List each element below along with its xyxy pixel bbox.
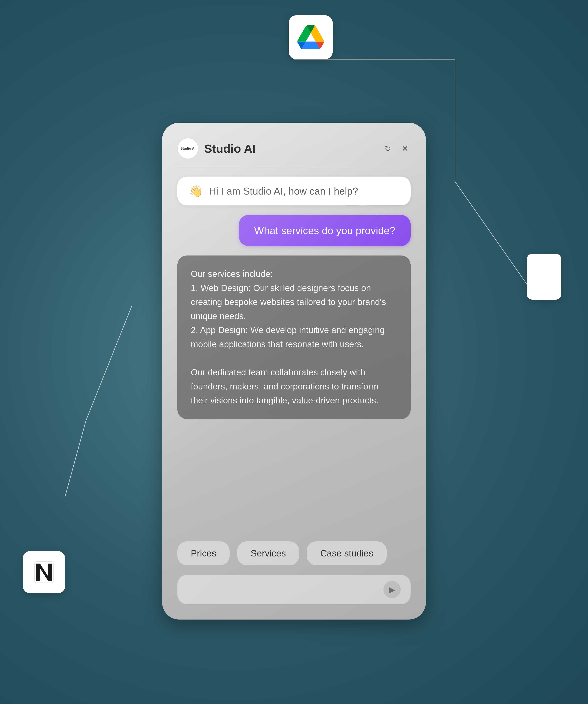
chat-title: Studio AI (204, 142, 376, 155)
input-area: ▶ (177, 575, 411, 604)
chat-window: Studio Ai Studio AI ↻ ✕ 👋 Hi I am Studio… (162, 123, 426, 620)
greeting-text: Hi I am Studio AI, how can I help? (209, 185, 358, 197)
white-card (527, 254, 561, 300)
quick-reply-prices[interactable]: Prices (177, 541, 229, 565)
svg-line-4 (65, 420, 86, 497)
chat-input[interactable] (187, 584, 383, 595)
quick-replies: Prices Services Case studies (177, 541, 411, 565)
avatar: Studio Ai (177, 138, 199, 159)
greeting-bubble: 👋 Hi I am Studio AI, how can I help? (177, 177, 411, 206)
quick-reply-case-studies[interactable]: Case studies (307, 541, 386, 565)
close-button[interactable]: ✕ (399, 143, 411, 154)
quick-reply-services[interactable]: Services (237, 541, 299, 565)
svg-line-3 (86, 306, 132, 420)
ai-response-text: Our services include: 1. Web Design: Our… (191, 269, 386, 405)
refresh-button[interactable]: ↻ (382, 143, 393, 154)
avatar-text: Studio Ai (180, 146, 195, 151)
ai-response-bubble: Our services include: 1. Web Design: Our… (177, 255, 411, 419)
greeting-emoji: 👋 (189, 184, 203, 198)
user-message: What services do you provide? (239, 215, 411, 246)
svg-line-2 (455, 182, 535, 296)
header-actions: ↻ ✕ (382, 143, 411, 154)
send-button[interactable]: ▶ (383, 581, 401, 598)
google-drive-icon (289, 15, 333, 59)
chat-header: Studio Ai Studio AI ↻ ✕ (177, 138, 411, 167)
send-icon: ▶ (389, 585, 395, 594)
notion-icon (23, 551, 65, 593)
user-message-text: What services do you provide? (254, 225, 395, 236)
